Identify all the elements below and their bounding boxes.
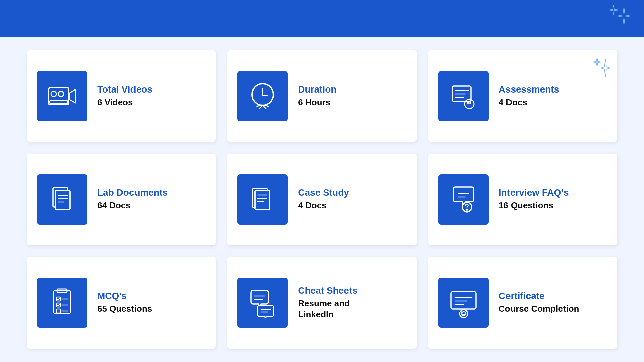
assessments-label: Assessments [499, 84, 559, 95]
sparkle-decoration [604, 3, 631, 30]
feature-card-total-videos: Total Videos6 Videos [27, 50, 216, 142]
svg-rect-3 [50, 101, 68, 103]
feature-card-mcqs: MCQ's65 Questions [27, 257, 216, 349]
certificate-value: Course Completion [499, 303, 579, 315]
total-videos-value: 6 Videos [97, 97, 152, 108]
certificate-icon-box [438, 278, 489, 328]
cheat-sheets-label: Cheat Sheets [298, 285, 357, 296]
features-grid: Total Videos6 Videos Duration6 Hours Ass… [0, 37, 644, 362]
feature-card-duration: Duration6 Hours [227, 50, 416, 142]
feature-card-interview-faqs: Interview FAQ's16 Questions [428, 154, 617, 245]
sparkle-card-decoration [582, 55, 612, 87]
interview-faqs-text: Interview FAQ's16 Questions [499, 187, 569, 212]
duration-value: 6 Hours [298, 97, 336, 108]
lab-documents-value: 64 Docs [97, 200, 168, 212]
cheat-sheets-icon-box [237, 278, 288, 328]
feature-card-lab-documents: Lab Documents64 Docs [27, 154, 216, 245]
interview-faqs-label: Interview FAQ's [499, 187, 569, 198]
total-videos-text: Total Videos6 Videos [97, 84, 152, 108]
page-header [0, 0, 644, 37]
feature-card-assessments: Assessments4 Docs [428, 50, 617, 142]
duration-label: Duration [298, 84, 336, 95]
certificate-text: CertificateCourse Completion [499, 291, 579, 315]
svg-rect-20 [56, 309, 60, 313]
total-videos-label: Total Videos [97, 84, 152, 95]
assessments-icon-box [438, 71, 489, 121]
feature-card-case-study: Case Study4 Docs [227, 154, 416, 245]
svg-rect-8 [55, 190, 70, 210]
cheat-sheets-text: Cheat SheetsResume andLinkedIn [298, 285, 357, 321]
duration-text: Duration6 Hours [298, 84, 336, 108]
svg-rect-21 [451, 292, 476, 309]
mcqs-icon-box [37, 278, 87, 328]
svg-rect-11 [255, 190, 270, 210]
lab-documents-label: Lab Documents [97, 187, 168, 198]
case-study-value: 4 Docs [298, 200, 349, 212]
svg-point-2 [58, 91, 64, 97]
assessments-value: 4 Docs [499, 97, 559, 108]
case-study-icon-box [237, 174, 288, 225]
feature-card-certificate: CertificateCourse Completion [428, 257, 617, 349]
lab-documents-icon-box [37, 174, 87, 225]
case-study-label: Case Study [298, 187, 349, 198]
mcqs-label: MCQ's [97, 291, 152, 301]
certificate-label: Certificate [499, 291, 579, 301]
svg-point-1 [51, 91, 56, 97]
lab-documents-text: Lab Documents64 Docs [97, 187, 168, 212]
feature-card-cheat-sheets: Cheat SheetsResume andLinkedIn [227, 257, 416, 349]
svg-point-23 [462, 312, 466, 316]
cheat-sheets-value: Resume andLinkedIn [298, 298, 357, 321]
case-study-text: Case Study4 Docs [298, 187, 349, 212]
interview-faqs-icon-box [438, 174, 489, 225]
interview-faqs-value: 16 Questions [499, 200, 569, 212]
mcqs-text: MCQ's65 Questions [97, 291, 152, 315]
assessments-text: Assessments4 Docs [499, 84, 559, 108]
duration-icon-box [237, 71, 288, 121]
svg-point-15 [466, 209, 467, 210]
mcqs-value: 65 Questions [97, 303, 152, 315]
total-videos-icon-box [37, 71, 87, 121]
